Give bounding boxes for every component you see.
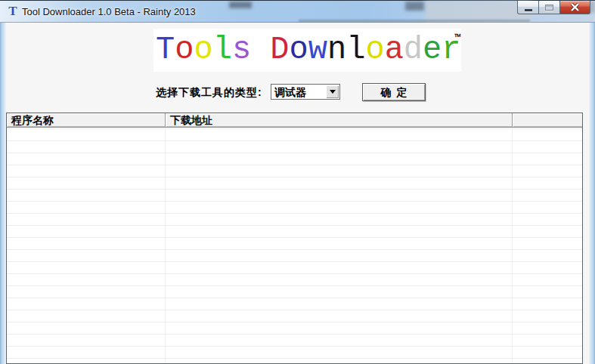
close-icon xyxy=(570,3,580,11)
table-row xyxy=(7,322,582,335)
column-header-download-url[interactable]: 下载地址 xyxy=(166,113,513,127)
column-header-extra[interactable] xyxy=(513,113,582,127)
download-list[interactable]: 程序名称 下载地址 xyxy=(6,113,583,364)
glass-reflection xyxy=(229,2,252,8)
table-row xyxy=(7,347,582,359)
logo-letter: o xyxy=(175,32,194,68)
list-header: 程序名称 下载地址 xyxy=(7,113,582,128)
list-body[interactable] xyxy=(7,128,582,363)
table-row xyxy=(7,226,582,238)
window-border-right xyxy=(589,23,595,364)
table-row xyxy=(7,238,582,250)
table-row xyxy=(7,335,582,347)
logo-letter: o xyxy=(194,32,212,68)
table-row xyxy=(7,262,582,274)
column-header-program-name[interactable]: 程序名称 xyxy=(7,113,166,127)
window-titlebar[interactable]: T Tool Downloader 1.0 Beta - Rainty 2013 xyxy=(0,0,595,23)
minimize-icon xyxy=(525,9,532,11)
minimize-button[interactable] xyxy=(517,1,539,14)
logo-letter: e xyxy=(423,32,442,68)
table-row xyxy=(7,129,582,141)
logo-letter: D xyxy=(270,32,289,68)
table-row xyxy=(7,153,582,165)
close-button[interactable] xyxy=(559,1,590,14)
column-separator xyxy=(512,128,513,363)
logo-letter: l xyxy=(213,32,232,68)
column-separator xyxy=(165,128,166,363)
chevron-down-icon[interactable] xyxy=(326,85,339,98)
table-row xyxy=(7,202,582,214)
table-row xyxy=(7,274,582,286)
logo-letter: T xyxy=(156,32,175,68)
table-row xyxy=(7,250,582,262)
logo-letter: l xyxy=(346,32,365,68)
logo-letter xyxy=(251,32,270,68)
window-title: Tool Downloader 1.0 Beta - Rainty 2013 xyxy=(22,6,196,17)
maximize-icon xyxy=(545,5,553,11)
glass-reflection xyxy=(425,2,531,21)
logo-letter: o xyxy=(365,32,384,68)
app-logo: Tools Downloader ™ xyxy=(153,29,461,72)
type-select-value: 调试器 xyxy=(274,86,306,100)
table-row xyxy=(7,310,582,322)
type-label: 选择下载工具的类型: xyxy=(156,86,262,100)
maximize-button[interactable] xyxy=(538,1,560,14)
logo-letter: a xyxy=(385,32,404,68)
glass-reflection xyxy=(405,2,424,11)
logo-letter: d xyxy=(404,32,423,68)
logo-letter: w xyxy=(308,32,327,68)
client-area: Tools Downloader ™ 选择下载工具的类型: 调试器 确定 程序名… xyxy=(6,23,589,364)
table-row xyxy=(7,298,582,310)
table-row xyxy=(7,177,582,190)
trademark-symbol: ™ xyxy=(454,33,460,43)
logo-letter: n xyxy=(327,32,346,68)
table-row xyxy=(7,165,582,177)
app-icon[interactable]: T xyxy=(7,5,19,18)
table-row xyxy=(7,141,582,153)
type-select[interactable]: 调试器 xyxy=(271,84,340,100)
logo-letters: Tools Downloader xyxy=(156,48,461,60)
glass-reflection xyxy=(299,20,530,22)
table-row xyxy=(7,214,582,226)
app-window: T Tool Downloader 1.0 Beta - Rainty 2013 xyxy=(0,0,595,364)
caption-buttons xyxy=(517,1,590,14)
table-row xyxy=(7,190,582,202)
logo-letter: s xyxy=(232,32,251,68)
window-border-left xyxy=(0,23,6,364)
confirm-button[interactable]: 确定 xyxy=(362,83,426,101)
table-row xyxy=(7,286,582,298)
logo-letter: o xyxy=(290,32,308,68)
